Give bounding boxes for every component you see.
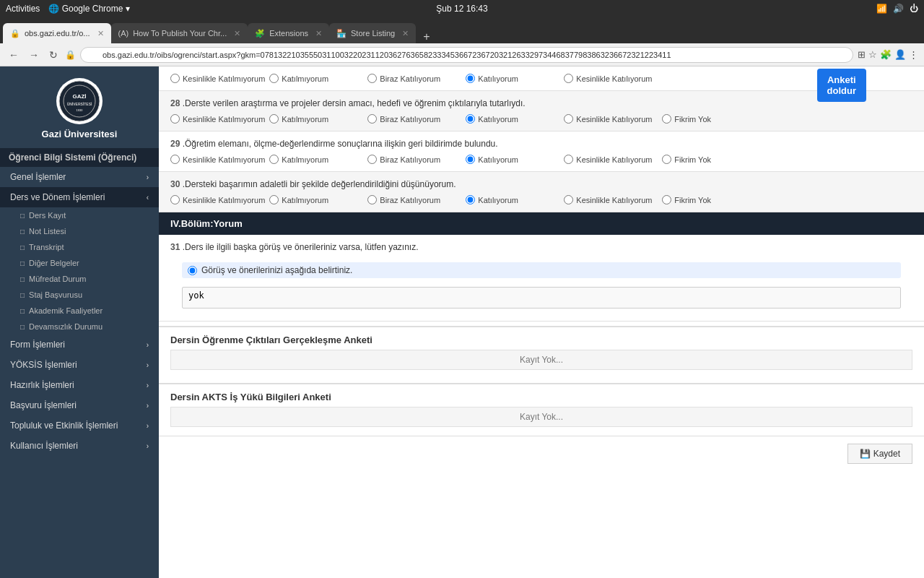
q29-opt2[interactable]: Katılmıyorum	[269, 155, 363, 164]
sub-survey-ogrenme: Dersin Öğrenme Çıktıları Gerçekleşme Ank…	[159, 326, 924, 379]
university-logo: GAZİ ÜNİVERSİTESİ 1930	[56, 78, 103, 124]
os-bar: Activities 🌐 Google Chrome ▾ Şub 12 16:4…	[0, 0, 924, 17]
anketi-doldur-button[interactable]: Anketi doldur	[817, 69, 866, 102]
sidebar-sub-mufredat[interactable]: Müfredat Durum	[0, 271, 159, 287]
q28-text: 28 .Derste verilen araştırma ve projeler…	[170, 98, 912, 108]
menu-icon[interactable]: ⋮	[909, 49, 918, 60]
q29-opt6[interactable]: Fikrim Yok	[662, 155, 756, 164]
sidebar-sub-staj[interactable]: Staj Başvurusu	[0, 287, 159, 303]
q27-opt2[interactable]: Katılmıyorum	[269, 74, 363, 83]
sidebar-sub-transkript[interactable]: Transkript	[0, 239, 159, 255]
q28-opt2[interactable]: Katılmıyorum	[269, 114, 363, 124]
sidebar-item-kullanici[interactable]: Kullanıcı İşlemleri ›	[0, 436, 159, 456]
extensions-icon[interactable]: 🧩	[880, 49, 892, 60]
sidebar-item-basvuru[interactable]: Başvuru İşlemleri ›	[0, 395, 159, 415]
volume-icon: 🔊	[893, 4, 904, 14]
profile-icon[interactable]: 👤	[894, 49, 906, 60]
kaydet-button[interactable]: 💾 Kaydet	[847, 444, 912, 464]
activities-label[interactable]: Activities	[6, 4, 40, 14]
q31-radio-label[interactable]: Görüş ve önerilerinizi aşağıda belirtini…	[182, 262, 901, 278]
sidebar-sub-not-listesi[interactable]: Not Listesi	[0, 223, 159, 239]
tab-extensions-close[interactable]: ✕	[315, 29, 322, 38]
tab-store[interactable]: 🏪 Store Listing ✕	[329, 23, 416, 43]
svg-text:ÜNİVERSİTESİ: ÜNİVERSİTESİ	[67, 102, 92, 106]
tab-publish[interactable]: (A) How To Publish Your Chr... ✕	[111, 23, 248, 43]
bookmark-icon[interactable]: ☆	[868, 49, 877, 60]
q29-opt4[interactable]: Katılıyorum	[466, 155, 559, 164]
sidebar-item-genel[interactable]: Genel İşlemler ›	[0, 167, 159, 187]
q27-options: Kesinlikle Katılmıyorum Katılmıyorum Bir…	[170, 74, 912, 83]
tab-obs-close[interactable]: ✕	[97, 29, 104, 38]
tab-obs[interactable]: 🔒 obs.gazi.edu.tr/o... ✕	[3, 23, 111, 43]
topluluk-chevron: ›	[147, 422, 149, 430]
back-button[interactable]: ←	[6, 48, 22, 62]
q31-comment-options: Görüş ve önerilerinizi aşağıda belirtini…	[170, 258, 912, 284]
sidebar-sub-diger-belgeler[interactable]: Diğer Belgeler	[0, 255, 159, 271]
address-bar[interactable]	[80, 47, 853, 63]
sidebar-item-yoksis[interactable]: YÖKSİS İşlemleri ›	[0, 355, 159, 375]
q30-opt6[interactable]: Fikrim Yok	[662, 195, 756, 204]
q30-opt3[interactable]: Biraz Katılıyorum	[367, 195, 461, 204]
q30-opt1[interactable]: Kesinlikle Katılmıyorum	[170, 195, 265, 204]
q28-opt4[interactable]: Katılıyorum	[466, 114, 559, 124]
q30-opt5[interactable]: Kesinlikle Katılıyorum	[564, 195, 658, 204]
sidebar-sub-akademik[interactable]: Akademik Faaliyetler	[0, 303, 159, 319]
tab-extensions-icon: 🧩	[255, 29, 265, 38]
q28-row: 28 .Derste verilen araştırma ve projeler…	[159, 91, 924, 131]
q30-opt4[interactable]: Katılıyorum	[466, 195, 559, 204]
q28-number: 28	[170, 98, 180, 108]
q27-opt4[interactable]: Katılıyorum	[466, 74, 559, 83]
q30-number: 30	[170, 179, 180, 189]
q28-opt5[interactable]: Kesinlikle Katılıyorum	[564, 114, 658, 124]
q30-options: Kesinlikle Katılmıyorum Katılmıyorum Bir…	[170, 195, 912, 204]
sidebar-sub-devamsizlik[interactable]: Devamsızlık Durumu	[0, 319, 159, 335]
q27-opt3[interactable]: Biraz Katılıyorum	[367, 74, 461, 83]
tab-obs-label: obs.gazi.edu.tr/o...	[25, 29, 90, 38]
q29-options: Kesinlikle Katılmıyorum Katılmıyorum Bir…	[170, 155, 912, 164]
q31-row: 31 .Ders ile ilgili başka görüş ve öneri…	[159, 235, 924, 322]
section4-header: IV.Bölüm:Yorum	[159, 212, 924, 235]
q30-opt2[interactable]: Katılmıyorum	[269, 195, 363, 204]
sidebar-item-form[interactable]: Form İşlemleri ›	[0, 335, 159, 355]
tab-store-icon: 🏪	[336, 29, 346, 38]
genel-label: Genel İşlemler	[10, 172, 66, 182]
section4-title: Yorum	[213, 218, 242, 229]
forward-button[interactable]: →	[26, 48, 42, 62]
q27-opt1[interactable]: Kesinlikle Katılmıyorum	[170, 74, 265, 83]
q28-opt3[interactable]: Biraz Katılıyorum	[367, 114, 461, 124]
tab-publish-close[interactable]: ✕	[234, 29, 240, 38]
q29-number: 29	[170, 139, 180, 149]
sidebar-item-topluluk[interactable]: Topluluk ve Etkinlik İşlemleri ›	[0, 415, 159, 436]
sidebar-item-hazirlik[interactable]: Hazırlık İşlemleri ›	[0, 375, 159, 395]
sidebar-item-ders[interactable]: Ders ve Dönem İşlemleri ‹	[0, 187, 159, 207]
q31-textarea[interactable]: yok	[182, 287, 901, 309]
sidebar: GAZİ ÜNİVERSİTESİ 1930 Gazi Üniversitesi…	[0, 66, 159, 578]
sidebar-logo: GAZİ ÜNİVERSİTESİ 1930 Gazi Üniversitesi	[0, 66, 159, 148]
q27-opt5[interactable]: Kesinlikle Katılıyorum	[564, 74, 658, 83]
genel-chevron: ›	[147, 173, 149, 181]
new-tab-button[interactable]: +	[419, 30, 434, 43]
tab-extensions[interactable]: 🧩 Extensions ✕	[248, 23, 329, 43]
sub-survey-akts-title: Dersin AKTS İş Yükü Bilgileri Anketi	[170, 392, 912, 402]
reload-button[interactable]: ↻	[46, 48, 61, 62]
q28-opt6[interactable]: Fikrim Yok	[662, 114, 756, 124]
q30-label: .Dersteki başarımın adaletli bir şekilde…	[183, 179, 456, 189]
tab-store-close[interactable]: ✕	[402, 29, 409, 38]
q28-opt1[interactable]: Kesinlikle Katılmıyorum	[170, 114, 265, 124]
q29-opt3[interactable]: Biraz Katılıyorum	[367, 155, 461, 164]
university-name: Gazi Üniversitesi	[42, 129, 118, 139]
svg-text:GAZİ: GAZİ	[72, 93, 86, 100]
lock-icon: 🔒	[65, 50, 76, 60]
kaydet-label: Kaydet	[873, 449, 900, 459]
q29-opt1[interactable]: Kesinlikle Katılmıyorum	[170, 155, 265, 164]
hazirlik-label: Hazırlık İşlemleri	[10, 380, 74, 390]
sidebar-sub-ders-kayit[interactable]: Ders Kayıt	[0, 207, 159, 223]
tab-extensions-label: Extensions	[269, 29, 308, 38]
svg-text:1930: 1930	[77, 108, 84, 112]
kaydet-icon: 💾	[860, 449, 871, 459]
q29-opt5[interactable]: Kesinlikle Katılıyorum	[564, 155, 658, 164]
tab-store-label: Store Listing	[351, 29, 395, 38]
power-icon: ⏻	[910, 4, 918, 14]
kayit-yok-akts: Kayıt Yok...	[170, 407, 912, 427]
translate-icon[interactable]: ⊞	[858, 49, 866, 60]
